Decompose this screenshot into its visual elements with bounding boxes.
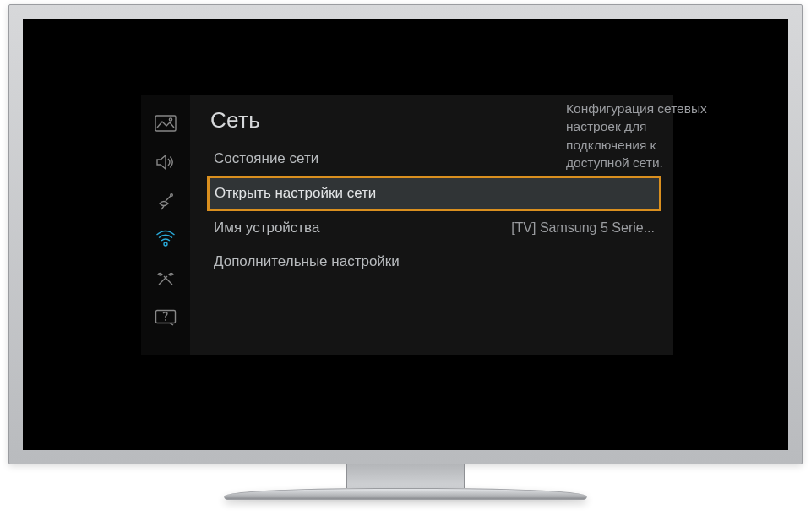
svg-point-2 — [171, 194, 173, 197]
menu-item-additional-settings[interactable]: Дополнительные настройки — [210, 245, 658, 279]
sidebar-item-sound[interactable] — [153, 155, 178, 173]
description-panel: Конфигурация сетевых настроек для подклю… — [566, 100, 708, 172]
menu-item-label: Состояние сети — [214, 150, 318, 167]
sidebar-item-broadcast[interactable] — [153, 193, 178, 212]
menu-item-device-name[interactable]: Имя устройства [TV] Samsung 5 Serie... — [210, 211, 658, 245]
svg-point-1 — [169, 118, 171, 121]
tv-stand-neck — [346, 464, 465, 488]
menu-item-value: [TV] Samsung 5 Serie... — [511, 220, 655, 236]
menu-item-label: Дополнительные настройки — [214, 253, 400, 270]
svg-point-5 — [165, 319, 166, 321]
svg-point-3 — [164, 242, 167, 246]
description-text: Конфигурация сетевых настроек для подклю… — [566, 100, 708, 172]
sidebar-item-network[interactable] — [153, 232, 178, 251]
tv-unit: Сеть Состояние сети Открыть настройки се… — [8, 4, 803, 500]
sidebar-item-picture[interactable] — [153, 116, 178, 134]
menu-item-label: Открыть настройки сети — [215, 185, 376, 202]
menu-item-open-network-settings[interactable]: Открыть настройки сети — [207, 176, 661, 211]
sidebar-item-support[interactable] — [153, 310, 178, 328]
tv-stand-base — [224, 488, 587, 500]
settings-sidebar — [141, 95, 190, 355]
support-icon — [155, 309, 177, 329]
tv-frame: Сеть Состояние сети Открыть настройки се… — [8, 4, 803, 464]
speaker-icon — [155, 154, 177, 174]
tv-screen: Сеть Состояние сети Открыть настройки се… — [23, 19, 788, 450]
menu-item-label: Имя устройства — [214, 220, 319, 236]
satellite-icon — [155, 192, 177, 214]
picture-icon — [155, 115, 177, 135]
sidebar-item-system[interactable] — [153, 271, 178, 290]
tools-icon — [155, 269, 176, 291]
svg-rect-0 — [155, 116, 176, 131]
network-icon — [155, 230, 177, 253]
